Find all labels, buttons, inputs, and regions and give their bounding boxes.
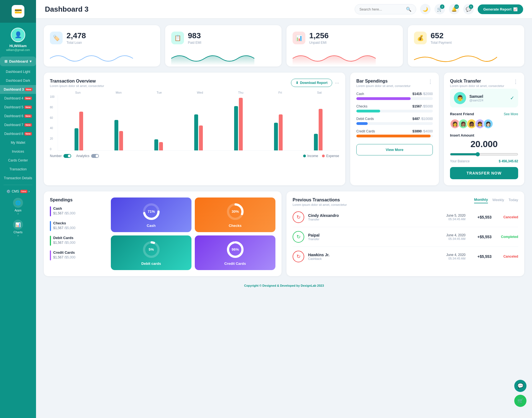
sidebar-item-cards-center[interactable]: Cards Center (0, 156, 36, 165)
generate-report-btn[interactable]: Generate Report 📈 (478, 4, 523, 14)
donut-credit-svg: 96% (226, 240, 245, 259)
search-icon[interactable]: 🔍 (406, 7, 411, 12)
y-label-0: 0 (50, 148, 58, 151)
checks-progress-fill (356, 110, 380, 112)
sidebar-divider (4, 185, 32, 185)
txn-date-cindy: June 5, 2020 05:34:45 AM (446, 214, 466, 221)
txn-type-paipal: Transfer (308, 237, 319, 241)
tab-monthly[interactable]: Monthly (474, 198, 488, 203)
chart-day-sat: Sat (317, 91, 322, 94)
download-report-label: Download Report (300, 81, 328, 85)
see-more-btn[interactable]: See More (504, 112, 518, 116)
txn-icon-hawkins: ↻ (293, 251, 304, 262)
tab-today[interactable]: Today (508, 198, 518, 203)
donut-checks-svg: 30% (226, 202, 245, 221)
support-fab[interactable]: 💬 (514, 380, 526, 392)
bar-mon-coral (119, 131, 123, 150)
transfer-now-btn[interactable]: TRANSFER NOW (450, 167, 518, 179)
notifications-btn[interactable]: 🔔 12 (449, 4, 459, 14)
bar-fri-coral (279, 114, 283, 150)
sidebar-item-dashboard-4[interactable]: Dashboard 4 New (0, 94, 36, 103)
apps-label: Apps (14, 209, 21, 212)
bottom-row: Spendings Cash $1,567 /$5,000 (44, 191, 524, 276)
bar-mon-teal (114, 120, 118, 150)
footer-text: Copyright © Designed & Developed by (244, 284, 301, 287)
spending-cash-amount: $1415 (413, 92, 422, 96)
quick-transfer-more-btn[interactable]: ⋮ (513, 79, 518, 85)
dashboard-dropdown-btn[interactable]: ⊞ Dashboard ▾ (0, 57, 36, 66)
download-icon: ⬇ (296, 81, 298, 85)
balance-label: Your Balance (450, 159, 470, 163)
spending-item-checks: Checks $1567 /$5000 (356, 104, 433, 112)
spending-item-debit: Debit Cards $487 /$10000 (356, 117, 433, 125)
spending-cash-total: /$2000 (422, 92, 433, 96)
spending-debit-amount: $487 (413, 117, 420, 121)
credit-progress-fill (356, 135, 431, 137)
number-toggle[interactable] (63, 154, 71, 158)
new-badge: New (24, 114, 32, 118)
notifications-badge: 12 (454, 4, 459, 9)
bar-thu-coral (239, 98, 243, 150)
sidebar-item-dashboard-7[interactable]: Dashboard 7 New (0, 120, 36, 129)
view-more-btn[interactable]: View More (356, 144, 433, 155)
spendings-cash-row: Cash $1,567 /$5,000 (50, 206, 105, 217)
bar-col-fri (259, 114, 298, 150)
tab-weekly[interactable]: Weekly (492, 198, 504, 203)
analytics-label: Analytics (76, 154, 89, 158)
donut-debit-label: Debit cards (141, 261, 161, 266)
chart-day-tue: Tue (157, 91, 162, 94)
search-input[interactable] (359, 7, 404, 11)
bar-fri-teal (274, 123, 278, 150)
txn-status-paipal: Completed (499, 235, 518, 239)
analytics-toggle[interactable] (91, 154, 99, 158)
total-loan-wave (50, 50, 133, 65)
sidebar-item-apps[interactable]: 🌐 Apps › (0, 196, 36, 217)
sidebar-item-invoices[interactable]: Invoices (0, 147, 36, 156)
sidebar-item-charts[interactable]: 📊 Charts › (0, 217, 36, 239)
avatar: 👤 (11, 28, 25, 42)
download-report-btn[interactable]: ⬇ Download Report (291, 79, 332, 87)
spendings-credit-row: Credit Cards $1,567 /$5,000 (50, 250, 105, 261)
bar-spendings-more-btn[interactable]: ⋮ (428, 79, 433, 85)
sidebar-item-dashboard-3[interactable]: Dashboard 3 New (0, 85, 36, 94)
txn-name-cindy: Cindy Alexandro (308, 213, 339, 218)
sidebar-item-cms[interactable]: ⚙️ CMS New › (6, 187, 30, 196)
cart-fab[interactable]: 🛒 (514, 395, 526, 407)
debit-progress-bg (356, 122, 433, 125)
paid-emi-wave (171, 50, 254, 65)
spendings-list-section: Spendings Cash $1,567 /$5,000 (50, 198, 105, 270)
cash-progress-bg (356, 97, 433, 100)
sidebar-item-transaction[interactable]: Transaction (0, 165, 36, 174)
spendings-cash-values: $1,567 /$5,000 (53, 211, 75, 215)
txn-status-cindy: Canceled (499, 215, 518, 219)
sidebar-item-transaction-details[interactable]: Transaction Details (0, 174, 36, 183)
txn-amount-cindy: +$5,553 (475, 215, 492, 219)
y-label-40: 40 (50, 127, 58, 130)
fab-area: 💬 🛒 (514, 380, 526, 407)
chart-day-thu: Thu (238, 91, 243, 94)
theme-toggle-btn[interactable]: 🌙 (420, 4, 431, 14)
bar-col-sat (299, 109, 337, 150)
y-label-60: 60 (50, 116, 58, 119)
messages-btn[interactable]: 💬 5 (463, 4, 474, 14)
donut-debit: 5% Debit cards (111, 235, 191, 270)
bar-spendings-title: Bar Spendings (356, 79, 411, 84)
prev-transactions-title: Previous Transactions (293, 198, 347, 202)
amount-slider[interactable] (450, 152, 518, 157)
sidebar-item-dashboard-light[interactable]: Dashboard Light (0, 67, 36, 76)
sidebar-item-dashboard-5[interactable]: Dashboard 5 New (0, 103, 36, 112)
debit-bar-indicator (50, 236, 51, 246)
donut-checks-label: Checks (229, 224, 241, 228)
cart-btn[interactable]: 🛒 2 (434, 4, 445, 14)
transaction-overview-title: Transaction Overview (50, 79, 104, 84)
insert-amount-label: Insert Amount (450, 133, 518, 137)
sidebar-item-dashboard-8[interactable]: Dashboard 8 New (0, 129, 36, 138)
sidebar-item-my-wallet[interactable]: My Wallet (0, 138, 36, 147)
txn-name-hawkins: Hawkins Jr. (308, 253, 329, 257)
sidebar-item-dashboard-6[interactable]: Dashboard 6 New (0, 112, 36, 120)
txn-amount-hawkins: +$5,553 (475, 254, 492, 259)
more-options-btn[interactable]: ··· (335, 80, 339, 86)
total-payment-value: 652 (431, 31, 452, 40)
sidebar-item-dashboard-dark[interactable]: Dashboard Dark (0, 76, 36, 85)
txn-info-hawkins: Hawkins Jr. Cashback (308, 253, 329, 260)
